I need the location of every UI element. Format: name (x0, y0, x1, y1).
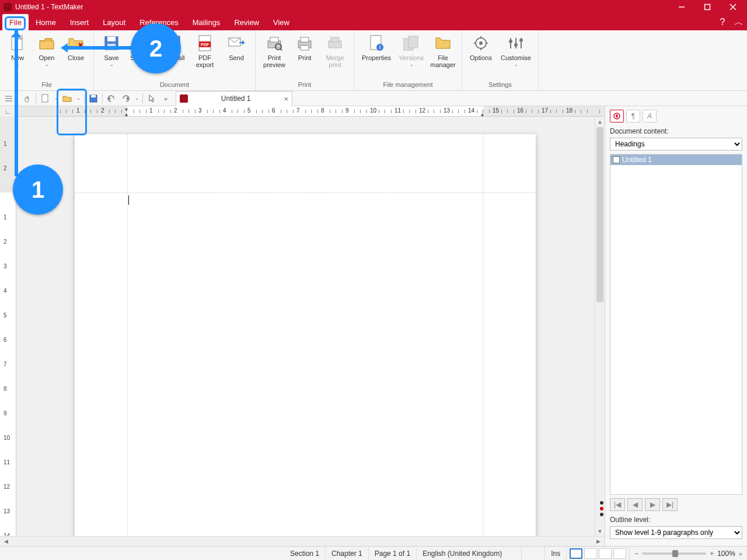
sidepanel-tab-navigator[interactable] (610, 110, 624, 123)
svg-point-45 (519, 38, 523, 42)
customise-icon (507, 34, 525, 52)
scrollbar-thumb[interactable] (596, 127, 603, 302)
print-preview-icon (265, 34, 284, 52)
pointer-icon[interactable] (145, 92, 158, 105)
menu-bar: File Home Insert Layout References Maili… (0, 14, 747, 30)
tab-home[interactable]: Home (29, 14, 63, 30)
undo-icon[interactable] (105, 92, 118, 105)
svg-text:PDF: PDF (201, 43, 210, 47)
view-master-icon[interactable] (584, 548, 597, 559)
svg-text:i: i (379, 44, 381, 50)
document-tree[interactable]: Untitled 1 (610, 154, 742, 495)
help-button[interactable]: ? (714, 14, 731, 30)
minimize-button[interactable] (669, 0, 694, 14)
svg-marker-58 (61, 43, 68, 52)
outline-level-dropdown[interactable]: Show level 1-9 paragraphs only (610, 526, 742, 539)
maximize-button[interactable] (694, 0, 720, 14)
annotation-arrow-2 (61, 43, 133, 52)
view-outline-icon[interactable] (599, 548, 612, 559)
gear-icon (472, 34, 490, 52)
svg-rect-25 (301, 37, 309, 42)
svg-rect-9 (107, 37, 116, 41)
sidepanel-tab-character[interactable]: A (643, 110, 657, 123)
tree-checkbox[interactable] (613, 156, 620, 163)
zoom-in-icon[interactable]: + (710, 550, 714, 558)
nav-first-icon[interactable]: |◀ (610, 498, 625, 511)
text-cursor (128, 195, 129, 205)
zoom-slider[interactable] (642, 552, 706, 555)
sidepanel-tab-paragraph[interactable]: ¶ (626, 110, 640, 123)
view-web-icon[interactable] (613, 548, 626, 559)
hand-tool-icon[interactable] (20, 92, 33, 105)
options-button[interactable]: Options (466, 33, 496, 62)
qat-overflow-icon[interactable]: » (159, 92, 172, 105)
file-manager-button[interactable]: File manager (428, 33, 458, 69)
folder-open-icon (37, 34, 56, 52)
nav-last-icon[interactable]: ▶| (662, 498, 678, 511)
horizontal-scrollbar[interactable]: ◀ ▶ (0, 536, 605, 546)
qat-new-icon[interactable] (39, 92, 51, 105)
tab-insert[interactable]: Insert (63, 14, 96, 30)
print-button[interactable]: Print (291, 33, 319, 62)
headings-dropdown[interactable]: Headings (610, 138, 742, 150)
document-tab-close[interactable]: × (284, 94, 288, 103)
ribbon-group-print: Print preview Print Merge print Print (256, 30, 354, 90)
nav-dot[interactable] (600, 507, 603, 510)
nav-prev-icon[interactable]: ◀ (627, 498, 643, 511)
tree-item[interactable]: Untitled 1 (610, 155, 742, 165)
close-button[interactable] (720, 0, 746, 14)
document-canvas[interactable] (16, 117, 605, 546)
svg-rect-51 (91, 95, 96, 97)
tab-review[interactable]: Review (227, 14, 266, 30)
redo-icon[interactable] (119, 92, 132, 105)
properties-button[interactable]: i Properties (358, 33, 395, 62)
scroll-left-icon[interactable]: ◀ (1, 537, 11, 546)
page[interactable] (75, 134, 536, 546)
svg-line-23 (280, 48, 282, 50)
ribbon-group-label: Print (256, 80, 354, 90)
scroll-right-icon[interactable]: ▶ (594, 537, 603, 546)
view-normal-icon[interactable] (570, 548, 582, 559)
side-panel: ¶ A Document content: Headings Untitled … (605, 106, 747, 546)
qat-history-dropdown[interactable]: ⌄ (133, 92, 140, 105)
vertical-scrollbar[interactable]: ▲ ▼ (595, 117, 605, 536)
tab-mailings[interactable]: Mailings (186, 14, 228, 30)
merge-print-button: Merge print (320, 33, 350, 69)
scroll-up-icon[interactable]: ▲ (595, 117, 605, 127)
tab-view[interactable]: View (266, 14, 296, 30)
status-language[interactable]: English (United Kingdom) (417, 547, 522, 560)
pdf-export-button[interactable]: PDF PDF export (190, 33, 220, 69)
document-tab[interactable]: Untitled 1 × (176, 91, 292, 106)
horizontal-ruler[interactable]: ∟ 21123456789101112131415161718▾▴▴ (0, 106, 605, 117)
zoom-value[interactable]: 100% (717, 550, 735, 558)
status-bar: Section 1 Chapter 1 Page 1 of 1 English … (0, 546, 747, 560)
svg-point-35 (479, 41, 483, 45)
annotation-box-file (5, 16, 26, 30)
properties-icon: i (367, 34, 386, 52)
annotation-arrow-1 (12, 30, 21, 180)
zoom-out-icon[interactable]: − (634, 550, 638, 558)
qat-save-icon[interactable] (87, 92, 100, 105)
open-button[interactable]: Open⌄ (33, 33, 61, 68)
nav-dot[interactable] (600, 513, 603, 516)
scroll-down-icon[interactable]: ▼ (595, 526, 605, 536)
ribbon: New⌄ Open⌄ Close File Save⌄ Save as (0, 30, 747, 91)
tree-item-label: Untitled 1 (622, 156, 652, 164)
app-icon (4, 3, 12, 11)
collapse-ribbon-button[interactable]: ︿ (731, 14, 747, 30)
svg-rect-33 (409, 36, 418, 48)
customise-button[interactable]: Customise⌄ (497, 33, 535, 68)
status-chapter[interactable]: Chapter 1 (326, 547, 369, 560)
svg-point-41 (509, 40, 512, 43)
print-preview-button[interactable]: Print preview (259, 33, 289, 69)
file-manager-icon (434, 34, 452, 52)
tab-layout[interactable]: Layout (96, 14, 132, 30)
svg-point-43 (514, 43, 518, 47)
nav-next-icon[interactable]: ▶ (645, 498, 660, 511)
status-page[interactable]: Page 1 of 1 (369, 547, 417, 560)
nav-dot[interactable] (600, 501, 603, 505)
status-section[interactable]: Section 1 (284, 547, 326, 560)
status-insert-mode[interactable]: Ins (545, 547, 567, 560)
zoom-overflow-icon[interactable]: » (739, 550, 742, 557)
send-button[interactable]: Send (221, 33, 252, 62)
